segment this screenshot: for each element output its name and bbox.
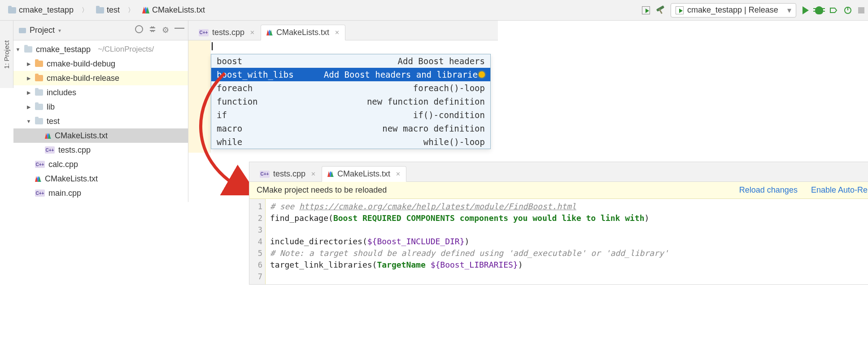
- cpp-icon: C++: [35, 161, 45, 168]
- crumb-test[interactable]: test: [92, 4, 124, 16]
- tree-node[interactable]: C++ calc.cpp: [13, 157, 188, 172]
- stop-button[interactable]: [858, 7, 864, 13]
- run-window-button[interactable]: [642, 6, 650, 14]
- chevron-down-icon: ▾: [787, 5, 791, 15]
- expand-toggle-icon[interactable]: [26, 119, 31, 124]
- expand-toggle-icon[interactable]: [15, 47, 21, 52]
- editor-tab[interactable]: C++tests.cpp ✕: [254, 166, 322, 181]
- folder-icon: [35, 118, 43, 124]
- code-line: find_package(Boost REQUIRED COMPONENTS c…: [270, 212, 669, 224]
- code-area[interactable]: # see https://cmake.org/cmake/help/lates…: [266, 199, 673, 284]
- tree-node[interactable]: cmake-build-release: [13, 71, 188, 85]
- tool-window-label: 1: Project: [3, 40, 10, 68]
- tree-node-label: calc.cpp: [48, 160, 78, 169]
- autocomplete-item[interactable]: foreach foreach()-loop: [211, 81, 490, 95]
- expand-toggle-icon[interactable]: [26, 75, 31, 81]
- enable-auto-reload-link[interactable]: Enable Auto-Rel: [811, 185, 868, 195]
- ac-name: foreach: [217, 83, 253, 93]
- cmake-icon: [266, 30, 273, 35]
- tab-row-bottom: C++tests.cpp ✕ CMakeLists.txt ✕: [249, 162, 868, 182]
- code-wrap: 1234567 # see https://cmake.org/cmake/he…: [249, 199, 868, 284]
- tree-node[interactable]: includes: [13, 85, 188, 100]
- build-button[interactable]: [656, 6, 664, 14]
- run-config-dropdown[interactable]: cmake_testapp | Release ▾: [671, 3, 796, 18]
- tree-node[interactable]: lib: [13, 100, 188, 114]
- folder-icon: [35, 61, 43, 67]
- debug-button[interactable]: [815, 6, 823, 14]
- autocomplete-popup[interactable]: boost Add Boost headers boost_with_libs …: [211, 54, 491, 149]
- ac-name: function: [217, 97, 258, 106]
- folder-icon: [35, 104, 43, 110]
- code-line: target_link_libraries(TargetName ${Boost…: [270, 259, 669, 271]
- autocomplete-item[interactable]: while while()-loop: [211, 135, 490, 149]
- run-with-coverage-button[interactable]: [829, 6, 837, 14]
- reload-changes-link[interactable]: Reload changes: [739, 185, 798, 195]
- tab-label: tests.cpp: [273, 169, 305, 179]
- tree-node[interactable]: CMakeLists.txt: [13, 128, 188, 143]
- banner-message: CMake project needs to be reloaded: [257, 185, 387, 195]
- select-opened-file-button[interactable]: [135, 25, 143, 33]
- chevron-right-icon: 〉: [81, 6, 89, 14]
- close-icon[interactable]: ✕: [396, 171, 401, 177]
- tree-node-label: main.cpp: [48, 189, 81, 198]
- run-config-label: cmake_testapp | Release: [687, 5, 778, 15]
- crumb-file[interactable]: CMakeLists.txt: [138, 4, 209, 16]
- close-icon[interactable]: ✕: [311, 171, 316, 177]
- editor-tab[interactable]: CMakeLists.txt ✕: [322, 166, 406, 182]
- code-line: # see https://cmake.org/cmake/help/lates…: [270, 201, 669, 212]
- expand-toggle-icon[interactable]: [26, 104, 31, 110]
- chevron-right-icon: 〉: [127, 6, 135, 14]
- code-line: [270, 224, 669, 236]
- tree-node[interactable]: test: [13, 114, 188, 128]
- settings-button[interactable]: ⚙: [162, 25, 169, 35]
- collapse-all-button[interactable]: [148, 25, 157, 35]
- expand-toggle-icon[interactable]: [26, 61, 31, 67]
- close-icon[interactable]: ✕: [335, 29, 340, 36]
- profile-button[interactable]: [844, 6, 852, 14]
- folder-icon: [35, 75, 43, 81]
- project-panel: Project ▾ ⚙ — cmake_testapp ~/CLionProje…: [13, 21, 188, 202]
- crumb-label: CMakeLists.txt: [152, 5, 205, 15]
- crumb-root[interactable]: cmake_testapp: [4, 4, 78, 16]
- tree-node-label: CMakeLists.txt: [55, 131, 108, 141]
- folder-icon: [96, 7, 104, 13]
- project-tree[interactable]: cmake_testapp ~/CLionProjects/ cmake-bui…: [13, 40, 188, 202]
- project-path: ~/CLionProjects/: [98, 45, 154, 54]
- tree-node-label: lib: [47, 102, 55, 112]
- editor-body[interactable]: boost Add Boost headers boost_with_libs …: [188, 40, 498, 153]
- ac-description: while()-loop: [423, 137, 485, 147]
- ac-description: foreach()-loop: [413, 83, 485, 93]
- tree-node[interactable]: CMakeLists.txt: [13, 172, 188, 186]
- tree-node[interactable]: C++ tests.cpp: [13, 143, 188, 157]
- chevron-down-icon[interactable]: ▾: [58, 27, 61, 34]
- minimize-button[interactable]: —: [174, 25, 183, 33]
- autocomplete-item[interactable]: boost_with_libs Add Boost headers and li…: [211, 68, 490, 81]
- tree-node-label: test: [47, 117, 60, 126]
- tree-node-label: cmake-build-debug: [47, 59, 115, 69]
- autocomplete-item[interactable]: macro new macro definition: [211, 122, 490, 135]
- tool-window-stripe[interactable]: 1: Project: [0, 21, 13, 88]
- tree-node[interactable]: cmake-build-debug: [13, 57, 188, 71]
- panel-title: Project: [30, 26, 55, 35]
- line-number: 5: [252, 247, 262, 259]
- folder-icon: [8, 7, 16, 13]
- tree-node[interactable]: C++ main.cpp: [13, 186, 188, 200]
- editor-gutter: [188, 40, 211, 153]
- tab-label: CMakeLists.txt: [276, 28, 329, 37]
- close-icon[interactable]: ✕: [250, 29, 255, 36]
- expand-toggle-icon[interactable]: [26, 90, 31, 96]
- breadcrumb: cmake_testapp 〉 test 〉 CMakeLists.txt: [4, 4, 209, 16]
- tree-node-label: includes: [47, 88, 76, 97]
- run-button[interactable]: [803, 6, 809, 14]
- cpp-icon: C++: [45, 146, 55, 154]
- text-cursor: [212, 42, 213, 50]
- autocomplete-item[interactable]: function new function definition: [211, 95, 490, 108]
- editor-area-bottom: C++tests.cpp ✕ CMakeLists.txt ✕ CMake pr…: [249, 162, 868, 285]
- tree-node-label: cmake-build-release: [47, 74, 119, 83]
- tree-root[interactable]: cmake_testapp ~/CLionProjects/: [13, 42, 188, 57]
- autocomplete-item[interactable]: if if()-condition: [211, 108, 490, 122]
- editor-tab[interactable]: CMakeLists.txt ✕: [261, 25, 345, 40]
- editor-tab[interactable]: C++tests.cpp ✕: [193, 25, 261, 40]
- autocomplete-item[interactable]: boost Add Boost headers: [211, 54, 490, 68]
- folder-icon: [35, 89, 43, 96]
